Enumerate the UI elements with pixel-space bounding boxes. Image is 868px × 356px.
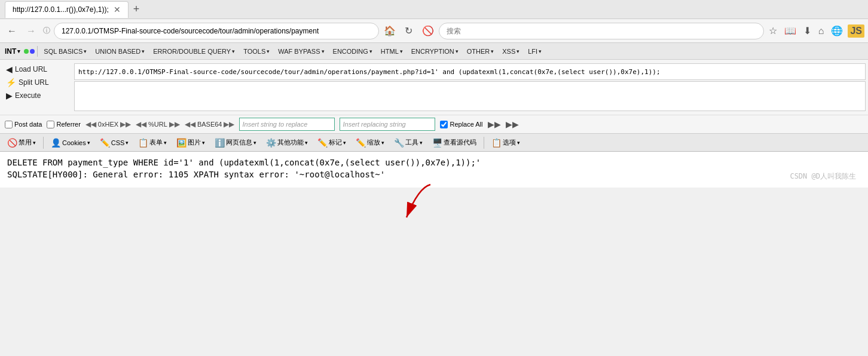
- green-dot: [24, 49, 29, 54]
- replace-execute-arrow2[interactable]: ▶▶: [506, 119, 519, 129]
- tab-close-button[interactable]: ✕: [114, 5, 121, 14]
- refresh-button[interactable]: ↻: [401, 23, 417, 39]
- url-encode-group: ◀◀ %URL ▶▶: [136, 120, 180, 128]
- hackbar-menubar: INT ▾ SQL BASICS UNION BASED ERROR/DOUBL…: [0, 43, 868, 60]
- disable-label: 禁用: [19, 138, 32, 147]
- split-url-icon: ⚡: [6, 78, 16, 87]
- error-double-query-menu[interactable]: ERROR/DOUBLE QUERY: [149, 47, 239, 56]
- encryption-menu[interactable]: ENCRYPTION: [408, 47, 462, 56]
- images-label: 图片: [188, 138, 201, 147]
- content-line1: DELETE FROM payment_type WHERE id='1' an…: [7, 158, 861, 167]
- replacing-string-input[interactable]: [340, 118, 435, 131]
- other-menu[interactable]: OTHER: [463, 47, 498, 56]
- int-dropdown[interactable]: INT ▾: [2, 46, 23, 57]
- int-arrow: ▾: [17, 48, 20, 54]
- base64-arrow-left: ◀◀: [185, 120, 195, 128]
- reader-icon[interactable]: 📖: [782, 24, 799, 38]
- new-tab-button[interactable]: +: [130, 3, 143, 16]
- forward-button[interactable]: →: [23, 23, 39, 39]
- hackbar-extra-area: [74, 81, 866, 111]
- profile-icon[interactable]: 🌐: [829, 24, 845, 38]
- view-source-button[interactable]: 🖥️ 查看源代码: [429, 137, 480, 149]
- fb-sep2: [484, 137, 484, 149]
- mark-icon: ✏️: [317, 138, 328, 148]
- star-icon[interactable]: ☆: [766, 24, 780, 38]
- menu-separator: [37, 46, 38, 57]
- url-encode-label[interactable]: %URL: [148, 121, 167, 128]
- view-source-label: 查看源代码: [444, 138, 476, 147]
- cookies-button[interactable]: 👤 Cookies: [47, 137, 94, 149]
- disable-button[interactable]: 🚫 禁用: [4, 137, 39, 149]
- hex-label[interactable]: 0xHEX: [98, 121, 118, 128]
- execute-label: Execute: [15, 91, 41, 100]
- js-badge: JS: [848, 24, 864, 38]
- referrer-label: Referrer: [56, 121, 80, 128]
- pageinfo-button[interactable]: ℹ️ 网页信息: [211, 137, 260, 149]
- images-icon: 🖼️: [176, 138, 187, 148]
- address-input[interactable]: [54, 23, 379, 39]
- encoding-menu[interactable]: ENCODING: [329, 47, 376, 56]
- hackbar-url-area: [72, 62, 868, 112]
- other-tools-icon: ⚙️: [266, 138, 276, 148]
- wrench-label: 工具: [405, 138, 418, 147]
- content-area: DELETE FROM payment_type WHERE id='1' an…: [0, 152, 868, 188]
- blue-dot: [30, 49, 35, 54]
- css-button[interactable]: ✏️ CSS: [96, 137, 133, 149]
- download-icon[interactable]: ⬇: [801, 24, 814, 38]
- union-based-menu[interactable]: UNION BASED: [91, 47, 148, 56]
- cookies-label: Cookies: [62, 139, 86, 146]
- replace-execute-arrow1[interactable]: ▶▶: [488, 119, 501, 129]
- xss-menu[interactable]: XSS: [499, 47, 523, 56]
- forms-label: 表单: [149, 138, 163, 147]
- images-button[interactable]: 🖼️ 图片: [173, 137, 209, 149]
- referrer-checkbox[interactable]: [47, 121, 54, 128]
- css-label: CSS: [111, 139, 125, 146]
- referrer-checkbox-label[interactable]: Referrer: [47, 121, 80, 128]
- pageinfo-icon: ℹ️: [215, 138, 225, 148]
- zoom-button[interactable]: ✏️ 缩放: [352, 137, 388, 149]
- css-icon: ✏️: [100, 138, 110, 148]
- url-arrow-right: ▶▶: [169, 120, 180, 128]
- other-tools-label: 其他功能: [277, 138, 304, 147]
- mark-button[interactable]: ✏️ 标记: [314, 137, 350, 149]
- addressbar: ← → ⓘ 🏠 ↻ 🚫 ☆ 📖 ⬇ ⌂ 🌐 JS: [0, 19, 868, 43]
- load-url-icon: ◀: [6, 65, 13, 74]
- titlebar: http://127.0.0.1...r()),0x7e),1)); ✕ +: [0, 0, 868, 19]
- home2-icon[interactable]: ⌂: [816, 24, 827, 38]
- toolbar-icons: ☆ 📖 ⬇ ⌂ 🌐 JS: [766, 24, 864, 38]
- html-menu[interactable]: HTML: [377, 47, 407, 56]
- hackbar-url-input[interactable]: [74, 63, 866, 80]
- back-button[interactable]: ←: [4, 23, 20, 39]
- base64-label[interactable]: BASE64: [197, 121, 222, 128]
- replace-all-label[interactable]: Replace All: [440, 121, 482, 128]
- options-button[interactable]: 📋 选项: [488, 137, 524, 149]
- split-url-button[interactable]: ⚡ Split URL: [2, 76, 69, 88]
- post-data-checkbox[interactable]: [5, 121, 13, 128]
- wrench-button[interactable]: 🔧 工具: [390, 137, 426, 149]
- forms-button[interactable]: 📋 表单: [135, 137, 170, 149]
- lfi-menu[interactable]: LFI: [524, 47, 545, 56]
- block-icon[interactable]: 🚫: [420, 23, 436, 39]
- base64-encode-group: ◀◀ BASE64 ▶▶: [185, 120, 235, 128]
- search-input[interactable]: [439, 23, 764, 39]
- tools-menu[interactable]: TOOLS: [240, 47, 273, 56]
- hackbar-row1: ◀ Load URL ⚡ Split URL ▶ Execute: [0, 60, 868, 115]
- replace-all-checkbox[interactable]: [440, 121, 448, 128]
- split-url-label: Split URL: [19, 78, 49, 87]
- options-icon: 📋: [491, 138, 502, 148]
- replace-string-input[interactable]: [239, 118, 335, 131]
- load-url-button[interactable]: ◀ Load URL: [2, 63, 69, 75]
- post-data-checkbox-label[interactable]: Post data: [5, 121, 42, 128]
- sql-basics-menu[interactable]: SQL BASICS: [40, 47, 90, 56]
- other-tools-button[interactable]: ⚙️ 其他功能: [262, 137, 311, 149]
- waf-bypass-menu[interactable]: WAF BYPASS: [274, 47, 328, 56]
- home-icon[interactable]: 🏠: [381, 23, 398, 39]
- hackbar-sidebar: ◀ Load URL ⚡ Split URL ▶ Execute: [0, 62, 72, 103]
- tab-label: http://127.0.0.1...r()),0x7e),1));: [13, 5, 109, 14]
- browser-tab[interactable]: http://127.0.0.1...r()),0x7e),1)); ✕: [5, 1, 129, 18]
- execute-button[interactable]: ▶ Execute: [2, 90, 69, 102]
- mark-label: 标记: [329, 138, 342, 147]
- disable-icon: 🚫: [7, 138, 17, 148]
- options-label: 选项: [503, 138, 516, 147]
- execute-icon: ▶: [6, 91, 13, 100]
